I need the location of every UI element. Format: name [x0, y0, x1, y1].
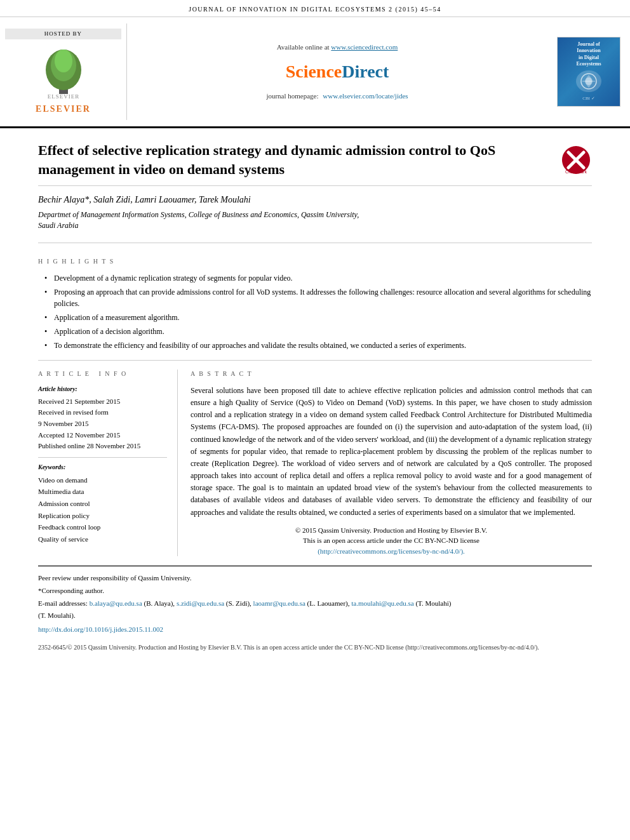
article-title: Effect of selective replication strategy… [38, 141, 560, 178]
keywords-list: Video on demand Multimedia data Admissio… [38, 474, 167, 545]
article-history: Received 21 September 2015 Received in r… [38, 396, 167, 452]
history-label: Article history: [38, 385, 167, 394]
corresponding-author-note: *Corresponding author. [38, 585, 592, 597]
affiliation-line2: Saudi Arabia [38, 221, 78, 230]
journal-cover-badge: CBI ✓ [582, 96, 594, 102]
svg-text:ELSEVIER: ELSEVIER [47, 93, 79, 100]
bottom-note: 2352-6645/© 2015 Qassim University. Prod… [38, 639, 592, 656]
open-access-text: This is an open access article under the… [191, 535, 592, 556]
crossmark-badge: CrossMark [560, 144, 592, 176]
elsevier-tree-icon: ELSEVIER [35, 43, 92, 100]
email-4-name: (T. Moulahi) [415, 599, 451, 607]
hosted-by-label: Hosted By [5, 29, 121, 39]
published-date: Published online 28 November 2015 [38, 442, 140, 450]
highlights-list: Development of a dynamic replication str… [38, 272, 592, 351]
journal-homepage-line: journal homepage: www.elsevier.com/locat… [266, 91, 408, 101]
highlight-item: Application of a measurement algorithm. [44, 312, 592, 323]
article-info-column: A R T I C L E I N F O Article history: R… [38, 370, 178, 557]
available-online-text: Available online at www.sciencedirect.co… [277, 43, 398, 52]
authors-section: Bechir Alaya*, Salah Zidi, Lamri Laouame… [38, 186, 592, 235]
two-column-section: A R T I C L E I N F O Article history: R… [38, 361, 592, 566]
keyword-3: Admission control [38, 498, 167, 510]
article-title-section: Effect of selective replication strategy… [38, 128, 592, 185]
email-3-name: (L. Laouamer), [307, 599, 352, 607]
article-info-label: A R T I C L E I N F O [38, 370, 167, 378]
email-2[interactable]: s.zidi@qu.edu.sa [177, 599, 224, 607]
elsevier-brand-text: ELSEVIER [36, 103, 91, 116]
journal-cover-title: Journal ofInnovationin DigitalEcosystems [576, 41, 601, 68]
email-2-name: (S. Zidi), [226, 599, 253, 607]
journal-homepage-link[interactable]: www.elsevier.com/locate/jides [323, 92, 408, 100]
doi-link[interactable]: http://dx.doi.org/10.1016/j.jides.2015.1… [38, 625, 163, 633]
keywords-label: Keywords: [38, 463, 167, 472]
highlights-label: H I G H L I G H T S [38, 257, 592, 266]
keyword-1: Video on demand [38, 474, 167, 486]
keyword-6: Quality of service [38, 533, 167, 545]
highlight-item: Application of a decision algorithm. [44, 326, 592, 337]
email-4[interactable]: ta.moulahi@qu.edu.sa [351, 599, 413, 607]
publisher-logo-section: Hosted By ELSEVIER ELSEVIER [0, 23, 127, 120]
email-3[interactable]: laoamr@qu.edu.sa [253, 599, 305, 607]
license-link[interactable]: (http://creativecommons.org/licenses/by-… [318, 547, 465, 555]
keyword-5: Feedback control loop [38, 521, 167, 533]
highlight-item: Development of a dynamic replication str… [44, 272, 592, 284]
journal-name: Journal of Innovation in Digital Ecosyst… [189, 6, 441, 13]
sciencedirect-url[interactable]: www.sciencedirect.com [331, 43, 398, 51]
peer-review-note: Peer review under responsibility of Qass… [38, 573, 592, 584]
email-line: E-mail addresses: b.alaya@qu.edu.sa (B. … [38, 598, 592, 610]
accepted-date: Accepted 12 November 2015 [38, 431, 120, 439]
sciencedirect-brand: ScienceDirect [286, 59, 389, 84]
copyright-block: © 2015 Qassim University. Production and… [191, 525, 592, 557]
keyword-2: Multimedia data [38, 486, 167, 498]
abstract-section: A B S T R A C T Several solutions have b… [191, 370, 592, 557]
copyright-text: © 2015 Qassim University. Production and… [191, 525, 592, 536]
journal-info-center: Available online at www.sciencedirect.co… [127, 23, 547, 120]
info-divider [38, 457, 167, 458]
elsevier-logo: ELSEVIER ELSEVIER [35, 43, 92, 116]
footnote-section: Peer review under responsibility of Qass… [38, 566, 592, 662]
received-revised-label: Received in revised form [38, 408, 109, 416]
svg-point-3 [55, 50, 72, 72]
svg-text:CrossMark: CrossMark [565, 170, 587, 174]
t-moulahi-line: (T. Moulahi). [38, 610, 592, 622]
journal-cover-icon [576, 70, 601, 93]
journal-cover-section: Journal ofInnovationin DigitalEcosystems… [547, 23, 630, 120]
highlight-item: To demonstrate the efficiency and feasib… [44, 340, 592, 351]
revised-date: 9 November 2015 [38, 420, 88, 427]
affiliation-line1: Departmet of Management Information Syst… [38, 210, 359, 219]
divider-1 [38, 243, 592, 243]
highlights-section: H I G H L I G H T S Development of a dyn… [38, 251, 592, 361]
journal-header-bar: Journal of Innovation in Digital Ecosyst… [0, 0, 630, 17]
journal-header: Hosted By ELSEVIER ELSEVIER Available on… [0, 17, 630, 128]
abstract-text: Several solutions have been proposed til… [191, 385, 592, 519]
science-text: Science [286, 62, 342, 81]
direct-text: Direct [342, 62, 389, 81]
email-1-name: (B. Alaya), [144, 599, 177, 607]
email-1[interactable]: b.alaya@qu.edu.sa [90, 599, 142, 607]
affiliation: Departmet of Management Information Syst… [38, 210, 592, 231]
received-date: Received 21 September 2015 [38, 397, 120, 405]
journal-cover-image: Journal ofInnovationin DigitalEcosystems… [557, 37, 620, 107]
email-label: E-mail addresses: [38, 599, 88, 607]
main-content: Effect of selective replication strategy… [0, 128, 630, 662]
doi-line: http://dx.doi.org/10.1016/j.jides.2015.1… [38, 624, 592, 636]
abstract-label: A B S T R A C T [191, 370, 592, 378]
highlight-item: Proposing an approach that can provide a… [44, 286, 592, 309]
authors-line: Bechir Alaya*, Salah Zidi, Lamri Laouame… [38, 194, 592, 206]
keyword-4: Replication policy [38, 510, 167, 522]
